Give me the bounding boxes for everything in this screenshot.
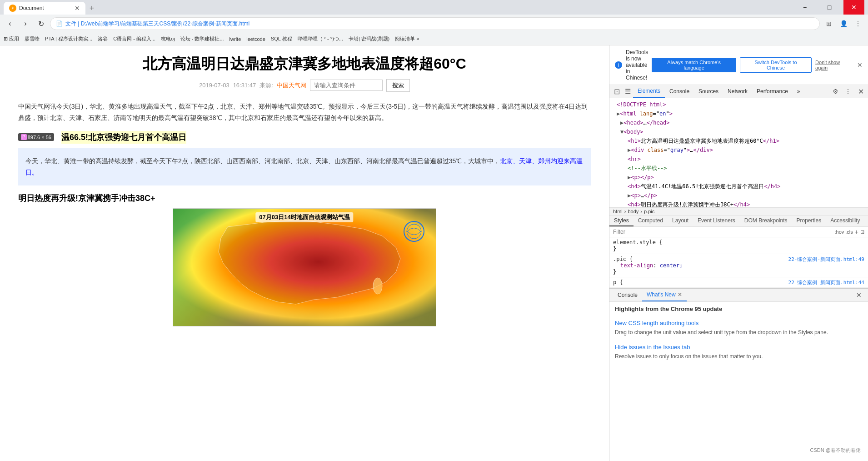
tab-more[interactable]: » (793, 85, 805, 97)
css-rule-pic-selector[interactable]: .pic { 22-综合案例-新闻页面.html:49 (613, 256, 864, 262)
extensions-icon[interactable]: ⊞ (823, 17, 835, 30)
menu-icon[interactable]: ⋮ (852, 17, 864, 30)
drawer-tab-console[interactable]: Console (613, 289, 642, 301)
match-language-button[interactable]: Always match Chrome's language (652, 58, 736, 72)
inspect-element-icon[interactable]: ⊡ (611, 86, 622, 97)
more-options-icon[interactable]: ⋮ (843, 86, 853, 97)
settings-icon[interactable]: ⚙ (830, 86, 841, 97)
styles-pseudo-filter[interactable]: :hov .cls (834, 229, 853, 235)
html-p-empty-line[interactable]: ▶<p></p> (609, 173, 868, 182)
bookmark-clang[interactable]: C语言网 - 编程入... (113, 35, 155, 42)
drawer-tab-whats-new[interactable]: What's New ✕ (642, 289, 687, 301)
html-div-gray-line[interactable]: ▶<div class="gray">…</div> (609, 145, 868, 155)
active-tab[interactable]: ☀ Document ✕ (4, 2, 85, 15)
new-tab-button[interactable]: + (85, 2, 98, 15)
search-button[interactable]: 搜索 (386, 79, 410, 92)
tab-performance[interactable]: Performance (752, 85, 793, 97)
bookmark-sql[interactable]: SQL 教程 (271, 35, 292, 42)
drawer-close-icon[interactable]: ✕ (853, 290, 864, 301)
tab-console[interactable]: Console (665, 85, 694, 97)
section1-title-row: P 897.6 × 56 温66.5!北京强势迎七月首个高温日 (18, 131, 591, 144)
minimize-button[interactable]: − (794, 0, 815, 15)
html-h4-temp-line[interactable]: <h4>气温41.4C!地温66.5!北京强势迎七月首个高温日</h4> (609, 182, 868, 191)
breadcrumb-html[interactable]: html (613, 209, 623, 214)
tab-sources[interactable]: Sources (694, 85, 723, 97)
bookmark-forum[interactable]: 论坛 - 数学建模社... (180, 35, 224, 42)
maximize-button[interactable]: □ (819, 0, 840, 15)
html-doctype-line[interactable]: <!DOCTYPE html> (609, 100, 868, 109)
html-head-line[interactable]: ▶<head>…</head> (609, 118, 868, 127)
bookmark-leetcode[interactable]: leetcode (246, 36, 265, 42)
map-title-overlay: 07月03日14时地面自动观测站气温 (255, 212, 353, 222)
wnew-item-1-title[interactable]: New CSS length authoring tools (615, 320, 863, 326)
bookmark-apps[interactable]: ⊞ 应用 (4, 35, 19, 42)
html-body-open-line[interactable]: ▼<body> (609, 127, 868, 136)
devtools-notification: i DevTools is now available in Chinese! … (609, 45, 868, 85)
switch-to-chinese-button[interactable]: Switch DevTools to Chinese (740, 57, 812, 73)
bookmark-luogu[interactable]: 洛谷 (98, 35, 108, 42)
address-bar[interactable]: 📄 文件 | D:/web前端学习/前端基础第三天CSS/案例/22-综合案例-… (50, 17, 820, 30)
source-link[interactable]: 中国天气网 (277, 81, 306, 90)
tab-elements[interactable]: Elements (633, 85, 665, 98)
whats-new-close-icon[interactable]: ✕ (678, 291, 682, 298)
size-value: 897.6 × 56 (28, 135, 51, 140)
highlight-main-text: 今天，华北、黄淮一带的高温持续发酵，截至今天下午2点，陕西北部、山西西南部、河北… (25, 157, 500, 165)
back-button[interactable]: ‹ (4, 17, 16, 30)
breadcrumb-ppic[interactable]: p.pic (644, 209, 654, 214)
device-toolbar-icon[interactable]: ☰ (622, 86, 633, 97)
pane-tab-dom-breakpoints[interactable]: DOM Breakpoints (740, 215, 792, 226)
notification-icon: i (615, 61, 622, 69)
whats-new-label: What's New (647, 291, 676, 298)
bookmark-kata[interactable]: 卡塔| 密码战(刷题) (349, 35, 389, 42)
pane-tab-computed[interactable]: Computed (634, 215, 668, 226)
forward-button[interactable]: › (19, 17, 32, 30)
tab-network[interactable]: Network (723, 85, 752, 97)
browser-toolbar: ‹ › ↻ 📄 文件 | D:/web前端学习/前端基础第三天CSS/案例/22… (0, 15, 868, 33)
notification-close-icon[interactable]: ✕ (857, 61, 863, 69)
csdn-watermark: CSDN @卷不动的卷佬 (810, 447, 861, 454)
css-rule-pic: .pic { 22-综合案例-新闻页面.html:49 text-align: … (609, 254, 868, 277)
article-date: 2019-07-03 (199, 82, 229, 89)
breadcrumb-bar: html › body › p.pic (609, 207, 868, 215)
dont-show-again-link[interactable]: Don't show again (815, 60, 853, 70)
tab-favicon: ☀ (9, 5, 16, 12)
html-h1-line[interactable]: <h1>北方高温明日达鼎盛京津冀多地地表温度将超60°C</h1> (609, 136, 868, 145)
pane-tab-accessibility[interactable]: Accessibility (826, 215, 864, 226)
article-meta: 2019-07-03 16:31:47 来源: 中国天气网 搜索 (18, 79, 591, 92)
reload-button[interactable]: ↻ (35, 17, 47, 30)
devtools-close-icon[interactable]: ✕ (855, 86, 866, 97)
css-rule-close: } (613, 246, 864, 252)
tab-close-icon[interactable]: ✕ (75, 5, 80, 12)
bookmark-hdoj[interactable]: 杭电oj (161, 35, 175, 42)
source-label: 来源: (259, 81, 273, 90)
html-h4-upgrade-line[interactable]: <h4>明日热度再升级!京津冀携手冲击38C+</h4> (609, 200, 868, 207)
whats-new-item-1: New CSS length authoring tools Drag to c… (615, 320, 863, 336)
css-rule-p-selector[interactable]: p { 22-综合案例-新闻页面.html:44 (613, 279, 864, 286)
css-rule-selector[interactable]: element.style { (613, 239, 864, 246)
styles-filter-input[interactable] (613, 229, 833, 235)
profile-icon[interactable]: 👤 (837, 17, 850, 30)
pane-tab-layout[interactable]: Layout (668, 215, 693, 226)
pane-tab-event-listeners[interactable]: Event Listeners (693, 215, 740, 226)
html-html-line[interactable]: ▶<html lang="en"> (609, 109, 868, 118)
bookmark-more[interactable]: 阅读清单 » (395, 35, 419, 42)
html-comment-line[interactable]: <!--水平线--> (609, 164, 868, 173)
bookmark-pta[interactable]: PTA | 程序设计类实... (45, 35, 92, 42)
webpage-content: 北方高温明日达鼎盛京津冀多地地表温度将超60°C 2019-07-03 16:3… (0, 45, 609, 461)
bookmark-bili[interactable]: 哔哩哔哩（ ° - °)つ... (298, 35, 343, 42)
search-input[interactable] (310, 80, 383, 91)
pane-tab-properties[interactable]: Properties (792, 215, 826, 226)
main-area: 北方高温明日达鼎盛京津冀多地地表温度将超60°C 2019-07-03 16:3… (0, 45, 868, 461)
breadcrumb-body[interactable]: body (628, 209, 639, 214)
bookmark-lxf[interactable]: 廖雪峰 (25, 35, 40, 42)
styles-expand-icon[interactable]: ⊡ (860, 229, 864, 235)
html-p-2-line[interactable]: ▶<p>…</p> (609, 191, 868, 200)
devtools-panel: i DevTools is now available in Chinese! … (609, 45, 868, 461)
close-button[interactable]: ✕ (843, 0, 864, 15)
bookmark-iwrite[interactable]: iwrite (229, 36, 241, 42)
pane-tab-styles[interactable]: Styles (609, 215, 634, 226)
html-hr-line[interactable]: <hr> (609, 155, 868, 164)
styles-add-rule-icon[interactable]: + (855, 228, 858, 236)
css-prop-text-align[interactable]: text-align: center; (613, 262, 864, 269)
wnew-item-2-title[interactable]: Hide issues in the Issues tab (615, 344, 863, 351)
